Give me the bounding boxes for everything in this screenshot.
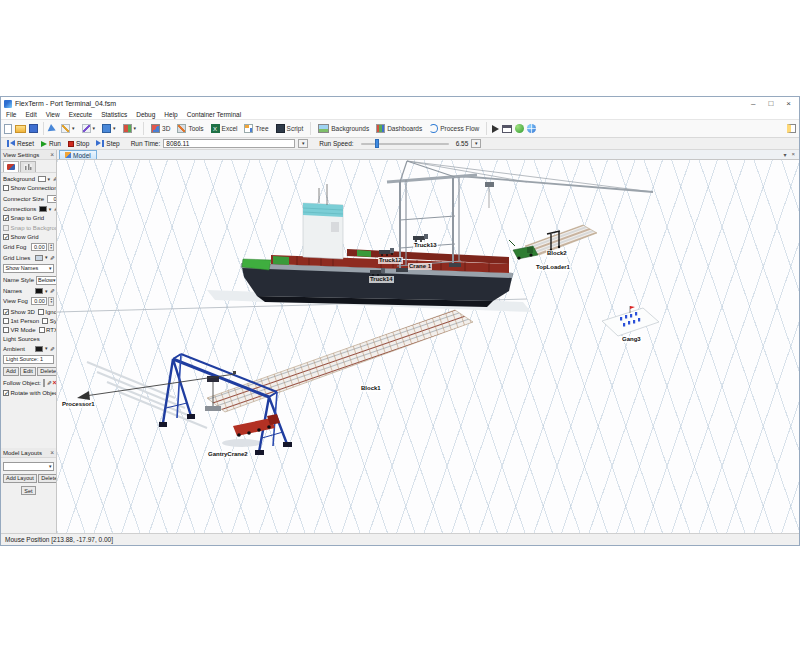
scene-3d-render[interactable]: [57, 160, 799, 533]
model-layouts-header[interactable]: Model Layouts ×: [1, 448, 56, 458]
help-orb-icon[interactable]: [515, 124, 524, 133]
view-fog-stepper[interactable]: ▴▾: [48, 297, 54, 305]
script-button[interactable]: Script: [274, 123, 306, 134]
new-model-icon[interactable]: [4, 124, 12, 134]
chevron-down-icon[interactable]: ▾: [48, 177, 51, 182]
3d-button[interactable]: 3D: [149, 123, 172, 134]
menu-container-terminal[interactable]: Container Terminal: [187, 111, 241, 118]
chevron-down-icon[interactable]: ▾: [45, 289, 48, 294]
close-icon[interactable]: ×: [50, 151, 54, 158]
follow-object-field[interactable]: [43, 379, 45, 387]
menu-debug[interactable]: Debug: [136, 111, 155, 118]
grid-lines-color-swatch[interactable]: [35, 255, 43, 261]
yard-truck[interactable]: [233, 414, 280, 437]
library-tool-button[interactable]: ▾: [121, 123, 139, 134]
sync-view-checkbox[interactable]: [42, 318, 48, 324]
chevron-down-icon[interactable]: ▾: [49, 207, 52, 212]
delete-button[interactable]: Delete: [37, 367, 56, 376]
object-label-truck12[interactable]: Truck12: [378, 257, 403, 264]
vr-mode-checkbox[interactable]: [3, 327, 9, 333]
close-icon[interactable]: ×: [50, 449, 54, 456]
snap-to-grid-checkbox[interactable]: ✓: [3, 215, 9, 221]
delete-layout-button[interactable]: Delete: [38, 474, 56, 483]
chevron-down-icon[interactable]: ▾: [45, 346, 48, 351]
tab-view-graph[interactable]: [20, 161, 36, 172]
select-pointer-icon[interactable]: [48, 123, 58, 133]
object-label-gantrycrane2[interactable]: GantryCrane2: [207, 451, 249, 458]
set-button[interactable]: Set: [21, 486, 35, 495]
close-icon[interactable]: ×: [786, 100, 791, 108]
add-layout-button[interactable]: Add Layout: [3, 474, 37, 483]
light-source-list-item[interactable]: Light Source: 1: [3, 355, 54, 364]
menu-help[interactable]: Help: [164, 111, 177, 118]
menu-file[interactable]: File: [6, 111, 16, 118]
object-label-block2[interactable]: Block2: [546, 250, 568, 257]
object-label-processor1[interactable]: Processor1: [61, 401, 96, 408]
maximize-icon[interactable]: □: [768, 100, 773, 108]
show-connections-checkbox[interactable]: [3, 185, 9, 191]
eyedropper-icon[interactable]: ✎: [46, 380, 52, 385]
menu-statistics[interactable]: Statistics: [101, 111, 127, 118]
presentation-arrow-icon[interactable]: [492, 125, 499, 133]
step-button[interactable]: Step: [94, 140, 121, 147]
chevron-down-icon[interactable]: ▾: [45, 255, 48, 260]
menu-execute[interactable]: Execute: [69, 111, 93, 118]
show-grid-checkbox[interactable]: ✓: [3, 234, 9, 240]
eyedropper-icon[interactable]: ✎: [48, 346, 54, 351]
view-settings-header[interactable]: View Settings ×: [1, 150, 56, 160]
stop-button[interactable]: Stop: [66, 140, 91, 147]
model-layouts-select[interactable]: ▾: [3, 462, 54, 471]
run-speed-slider[interactable]: [361, 143, 449, 145]
add-button[interactable]: Add: [3, 367, 19, 376]
minimize-icon[interactable]: –: [751, 100, 755, 108]
run-speed-dropdown-button[interactable]: ▾: [471, 139, 481, 148]
connections-tool-button[interactable]: ▾: [59, 123, 77, 134]
connections-color-swatch[interactable]: [39, 206, 47, 212]
container-ship[interactable]: [241, 184, 513, 307]
edit-button[interactable]: Edit: [20, 367, 35, 376]
snap-to-background-checkbox[interactable]: [3, 225, 9, 231]
title-bar[interactable]: FlexTerm - Port Terminal_04.fsm – □ ×: [1, 97, 799, 110]
ignore-checkbox[interactable]: [38, 309, 44, 315]
down-arrow-icon[interactable]: ▾: [50, 247, 52, 250]
down-arrow-icon[interactable]: ▾: [50, 301, 52, 304]
object-label-gang3[interactable]: Gang3: [621, 336, 642, 343]
eyedropper-icon[interactable]: ✎: [48, 255, 54, 260]
object-label-crane-1[interactable]: Crane 1: [408, 263, 432, 270]
tools-button[interactable]: Tools: [175, 123, 205, 134]
run-time-input[interactable]: 8086.11: [163, 139, 295, 148]
ambient-color-swatch[interactable]: [35, 346, 43, 352]
yard-block1-rails[interactable]: [207, 310, 473, 412]
grid-fog-input[interactable]: 0.00: [31, 243, 47, 251]
object-label-truck14[interactable]: Truck14: [369, 276, 394, 283]
draw-tool-button[interactable]: ▾: [80, 123, 98, 134]
tab-close-icon[interactable]: ×: [791, 151, 795, 158]
model-3d-viewport[interactable]: Truck12Truck13Crane 1Truck14Block2TopLoa…: [57, 160, 799, 533]
dashboards-button[interactable]: Dashboards: [374, 123, 424, 134]
connector-size-input[interactable]: 0.0: [47, 195, 56, 203]
eyedropper-icon[interactable]: ✎: [52, 207, 56, 212]
reset-button[interactable]: Reset: [5, 140, 36, 147]
color-tool-button[interactable]: ▾: [100, 123, 118, 134]
show-names-select[interactable]: Show Names▾: [3, 264, 54, 273]
excel-button[interactable]: XExcel: [209, 123, 240, 134]
tree-button[interactable]: Tree: [242, 123, 270, 134]
globe-icon[interactable]: [527, 124, 536, 133]
eyedropper-icon[interactable]: ✎: [51, 177, 56, 182]
name-style-select[interactable]: Below▾: [36, 276, 56, 285]
backgrounds-button[interactable]: Backgrounds: [316, 123, 371, 134]
clear-follow-icon[interactable]: ×: [53, 379, 56, 386]
object-label-block1[interactable]: Block1: [360, 385, 382, 392]
run-time-dropdown-button[interactable]: ▾: [298, 139, 308, 148]
object-label-toploader1[interactable]: TopLoader1: [535, 264, 571, 271]
save-icon[interactable]: [29, 124, 38, 133]
menu-edit[interactable]: Edit: [25, 111, 36, 118]
run-button[interactable]: Run: [39, 140, 63, 147]
background-color-swatch[interactable]: [38, 176, 46, 182]
process-flow-button[interactable]: Process Flow: [427, 123, 481, 134]
show-3d-checkbox[interactable]: ✓: [3, 309, 9, 315]
tab-list-dropdown-icon[interactable]: ▾: [783, 151, 786, 158]
show-windows-icon[interactable]: [502, 125, 512, 133]
rtx-mode-checkbox[interactable]: [39, 327, 45, 333]
library-panel-icon[interactable]: [787, 124, 796, 133]
